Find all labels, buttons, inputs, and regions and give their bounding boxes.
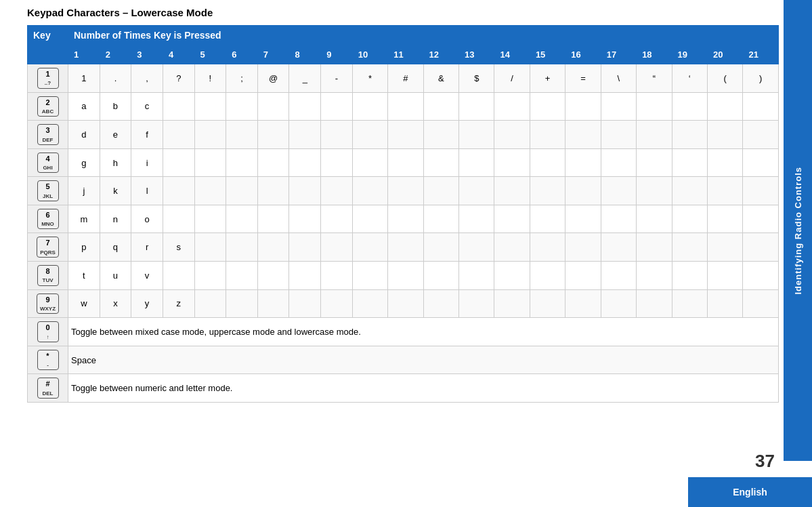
key-cell-0: 0↑ (28, 318, 68, 346)
data-cell-3-3 (163, 148, 194, 177)
data-cell-2-6 (257, 121, 289, 149)
data-cell-8-2: y (131, 289, 163, 318)
data-cell-0-14: + (530, 64, 565, 93)
data-cell-7-18 (672, 262, 707, 290)
data-cell-8-0: w (68, 289, 100, 318)
data-cell-8-9 (352, 289, 387, 318)
data-cell-0-9: * (352, 64, 387, 93)
data-cell-3-14 (530, 148, 565, 177)
data-cell-1-10 (388, 92, 423, 121)
data-cell-5-15 (565, 205, 601, 233)
data-cell-3-10 (388, 148, 423, 177)
page-title: Keypad Characters – Lowercase Mode (27, 7, 779, 18)
data-cell-8-12 (459, 289, 494, 318)
data-cell-3-2: i (131, 148, 163, 177)
data-cell-3-9 (352, 148, 387, 177)
num-header-11: 11 (388, 45, 423, 64)
data-cell-7-16 (601, 262, 636, 290)
data-cell-2-5 (226, 121, 258, 149)
data-cell-2-15 (565, 121, 601, 149)
data-cell-6-1: q (100, 233, 131, 262)
data-cell-3-7 (289, 148, 321, 177)
num-header-6: 6 (226, 45, 258, 64)
data-cell-6-0: p (68, 233, 100, 262)
data-cell-5-6 (257, 205, 289, 233)
data-cell-0-10: # (388, 64, 423, 93)
data-cell-2-1: e (100, 121, 131, 149)
data-cell-7-6 (257, 262, 289, 290)
data-cell-3-18 (672, 148, 707, 177)
num-header-5: 5 (194, 45, 226, 64)
data-cell-7-4 (194, 262, 226, 290)
data-cell-6-20 (743, 233, 779, 262)
data-cell-8-17 (637, 289, 672, 318)
table-row: 6MNOmno (28, 205, 779, 233)
key-cell-6: 6MNO (28, 205, 68, 233)
data-cell-7-0: t (68, 262, 100, 290)
page-number: 37 (755, 451, 775, 472)
data-cell-6-2: r (131, 233, 163, 262)
table-row: 9WXYZwxyz (28, 289, 779, 318)
data-cell-4-8 (321, 177, 353, 205)
data-cell-5-0: m (68, 205, 100, 233)
data-cell-5-9 (352, 205, 387, 233)
data-cell-6-3: s (163, 233, 194, 262)
data-cell-8-4 (194, 289, 226, 318)
data-cell-4-2: l (131, 177, 163, 205)
key-cell-2: 2ABC (28, 92, 68, 121)
data-cell-8-13 (494, 289, 530, 318)
data-cell-7-7 (289, 262, 321, 290)
data-cell-7-17 (637, 262, 672, 290)
data-cell-3-17 (637, 148, 672, 177)
data-cell-0-19: ( (707, 64, 742, 93)
data-cell-7-8 (321, 262, 353, 290)
data-cell-3-5 (226, 148, 258, 177)
data-cell-7-13 (494, 262, 530, 290)
data-cell-6-11 (423, 233, 458, 262)
key-cell-4: 4GHI (28, 148, 68, 177)
table-row: 4GHIghi (28, 148, 779, 177)
table-row: 8TUVtuv (28, 262, 779, 290)
data-cell-8-19 (707, 289, 742, 318)
data-cell-5-11 (423, 205, 458, 233)
data-cell-2-3 (163, 121, 194, 149)
num-header-7: 7 (257, 45, 289, 64)
data-cell-8-11 (423, 289, 458, 318)
data-cell-1-20 (743, 92, 779, 121)
num-header-14: 14 (494, 45, 530, 64)
num-header-13: 13 (459, 45, 494, 64)
data-cell-1-11 (423, 92, 458, 121)
data-cell-8-15 (565, 289, 601, 318)
data-cell-1-16 (601, 92, 636, 121)
side-tab-label: Identifying Radio Controls (793, 167, 803, 295)
data-cell-3-11 (423, 148, 458, 177)
data-cell-6-5 (226, 233, 258, 262)
data-cell-5-18 (672, 205, 707, 233)
data-cell-7-19 (707, 262, 742, 290)
data-cell-6-9 (352, 233, 387, 262)
data-cell-1-0: a (68, 92, 100, 121)
data-cell-2-12 (459, 121, 494, 149)
data-cell-2-9 (352, 121, 387, 149)
data-cell-2-7 (289, 121, 321, 149)
data-cell-4-4 (194, 177, 226, 205)
num-header-19: 19 (672, 45, 707, 64)
data-cell-1-15 (565, 92, 601, 121)
num-header-8: 8 (289, 45, 321, 64)
data-cell-2-17 (637, 121, 672, 149)
data-cell-2-14 (530, 121, 565, 149)
data-cell-0-18: ‘ (672, 64, 707, 93)
data-cell-4-7 (289, 177, 321, 205)
data-cell-0-8: - (321, 64, 353, 93)
data-cell-4-19 (707, 177, 742, 205)
header-key: Key (28, 26, 68, 45)
data-cell-0-1: . (100, 64, 131, 93)
data-cell-4-6 (257, 177, 289, 205)
data-cell-0-4: ! (194, 64, 226, 93)
header-presses: Number of Times Key is Pressed (68, 26, 779, 45)
table-row: 1..?1.,?!;@_-*#&$/+=\“‘() (28, 64, 779, 93)
header-key-blank (28, 45, 68, 64)
data-cell-6-7 (289, 233, 321, 262)
data-cell-5-12 (459, 205, 494, 233)
num-header-17: 17 (601, 45, 636, 64)
